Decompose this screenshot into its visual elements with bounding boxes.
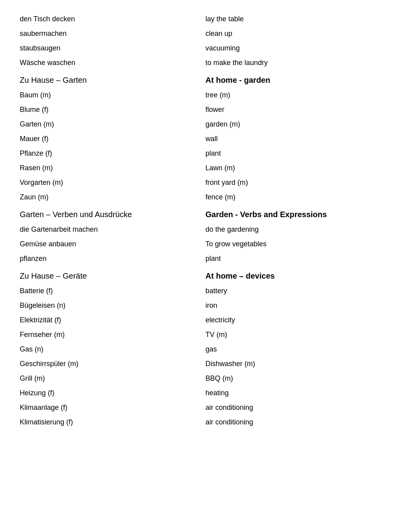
vocab-german: Elektrizität (f) (16, 313, 202, 327)
section-header-german: Garten – Verben und Ausdrücke (16, 205, 202, 222)
section-header-row: Zu Hause – Geräte At home – devices (16, 266, 387, 284)
vocab-german: Blume (f) (16, 102, 202, 117)
vocab-english: BBQ (m) (202, 371, 387, 386)
vocab-row: Klimatisierung (f) air conditioning (16, 415, 387, 430)
vocab-english: vacuuming (202, 41, 387, 56)
vocab-german: Bügeleisen (n) (16, 298, 202, 313)
vocab-german: pflanzen (16, 251, 202, 266)
vocab-english: clean up (202, 26, 387, 41)
vocab-german: staubsaugen (16, 41, 202, 56)
vocab-english: lay the table (202, 12, 387, 26)
vocab-row: Blume (f) flower (16, 102, 387, 117)
vocab-row: Fernseher (m) TV (m) (16, 327, 387, 342)
section-header-row: Garten – Verben und Ausdrücke Garden - V… (16, 205, 387, 222)
section-header-english: Garden - Verbs and Expressions (202, 205, 387, 222)
vocab-row: staubsaugen vacuuming (16, 41, 387, 56)
vocab-german: Wäsche waschen (16, 56, 202, 70)
vocab-english: gas (202, 342, 387, 357)
vocab-row: Gas (n) gas (16, 342, 387, 357)
vocab-row: Rasen (m) Lawn (m) (16, 161, 387, 175)
vocab-row: Garten (m) garden (m) (16, 117, 387, 132)
vocab-german: Mauer (f) (16, 132, 202, 146)
vocab-english: To grow vegetables (202, 237, 387, 251)
vocab-german: Fernseher (m) (16, 327, 202, 342)
vocab-row: Bügeleisen (n) iron (16, 298, 387, 313)
vocab-german: Grill (m) (16, 371, 202, 386)
vocab-german: Garten (m) (16, 117, 202, 132)
vocab-english: Lawn (m) (202, 161, 387, 175)
section-header-german: Zu Hause – Geräte (16, 266, 202, 284)
vocab-row: Heizung (f) heating (16, 386, 387, 400)
vocab-english: air conditioning (202, 415, 387, 430)
vocab-english: TV (m) (202, 327, 387, 342)
vocab-german: Batterie (f) (16, 284, 202, 298)
vocab-english: do the gardening (202, 222, 387, 237)
vocab-row: pflanzen plant (16, 251, 387, 266)
vocab-row: die Gartenarbeit machen do the gardening (16, 222, 387, 237)
vocab-row: den Tisch decken lay the table (16, 12, 387, 26)
vocab-english: to make the laundry (202, 56, 387, 70)
vocab-english: Dishwasher (m) (202, 357, 387, 371)
vocab-german: saubermachen (16, 26, 202, 41)
vocab-german: Zaun (m) (16, 190, 202, 205)
vocab-row: Geschirrspüler (m) Dishwasher (m) (16, 357, 387, 371)
vocab-english: tree (m) (202, 88, 387, 102)
vocab-german: Klimatisierung (f) (16, 415, 202, 430)
vocab-english: wall (202, 132, 387, 146)
vocab-german: Pflanze (f) (16, 146, 202, 161)
vocab-english: flower (202, 102, 387, 117)
vocab-row: Baum (m) tree (m) (16, 88, 387, 102)
vocab-english: battery (202, 284, 387, 298)
vocab-row: Pflanze (f) plant (16, 146, 387, 161)
vocab-english: fence (m) (202, 190, 387, 205)
vocab-english: garden (m) (202, 117, 387, 132)
section-header-row: Zu Hause – Garten At home - garden (16, 70, 387, 88)
vocab-german: Vorgarten (m) (16, 175, 202, 190)
vocab-german: den Tisch decken (16, 12, 202, 26)
vocab-german: Heizung (f) (16, 386, 202, 400)
vocab-german: Rasen (m) (16, 161, 202, 175)
vocab-row: Gemüse anbauen To grow vegetables (16, 237, 387, 251)
vocab-english: heating (202, 386, 387, 400)
vocab-english: electricity (202, 313, 387, 327)
vocab-english: plant (202, 146, 387, 161)
vocab-english: plant (202, 251, 387, 266)
vocab-row: Mauer (f) wall (16, 132, 387, 146)
vocab-row: Grill (m) BBQ (m) (16, 371, 387, 386)
vocab-german: Gas (n) (16, 342, 202, 357)
vocabulary-table: den Tisch decken lay the table saubermac… (16, 12, 387, 430)
section-header-german: Zu Hause – Garten (16, 70, 202, 88)
vocab-english: iron (202, 298, 387, 313)
vocab-german: Geschirrspüler (m) (16, 357, 202, 371)
vocab-row: Wäsche waschen to make the laundry (16, 56, 387, 70)
vocab-row: Klimaanlage (f) air conditioning (16, 400, 387, 415)
vocab-german: die Gartenarbeit machen (16, 222, 202, 237)
vocab-german: Gemüse anbauen (16, 237, 202, 251)
vocab-row: Vorgarten (m) front yard (m) (16, 175, 387, 190)
section-header-english: At home – devices (202, 266, 387, 284)
vocab-row: Zaun (m) fence (m) (16, 190, 387, 205)
vocab-row: Elektrizität (f) electricity (16, 313, 387, 327)
vocab-row: saubermachen clean up (16, 26, 387, 41)
section-header-english: At home - garden (202, 70, 387, 88)
vocab-english: front yard (m) (202, 175, 387, 190)
vocab-english: air conditioning (202, 400, 387, 415)
vocab-german: Baum (m) (16, 88, 202, 102)
vocab-german: Klimaanlage (f) (16, 400, 202, 415)
vocab-row: Batterie (f) battery (16, 284, 387, 298)
